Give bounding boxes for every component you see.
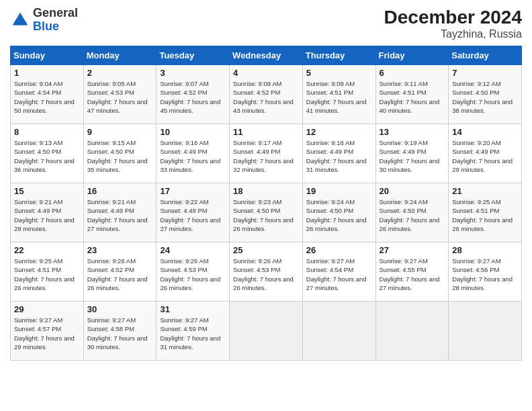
day-cell — [449, 302, 522, 361]
day-info: Sunrise: 9:05 AMSunset: 4:53 PMDaylight:… — [87, 79, 153, 115]
day-cell: 2Sunrise: 9:05 AMSunset: 4:53 PMDaylight… — [83, 65, 157, 124]
day-cell: 29Sunrise: 9:27 AMSunset: 4:57 PMDayligh… — [11, 302, 84, 361]
day-number: 18 — [233, 186, 299, 196]
logo-blue: Blue — [33, 20, 78, 34]
logo-text: General Blue — [33, 7, 78, 34]
day-cell: 18Sunrise: 9:23 AMSunset: 4:50 PMDayligh… — [230, 183, 303, 242]
day-info: Sunrise: 9:07 AMSunset: 4:52 PMDaylight:… — [160, 79, 226, 115]
week-row-3: 15Sunrise: 9:21 AMSunset: 4:49 PMDayligh… — [11, 183, 522, 242]
day-number: 25 — [233, 245, 299, 255]
day-cell: 13Sunrise: 9:19 AMSunset: 4:49 PMDayligh… — [375, 124, 449, 183]
day-number: 30 — [87, 304, 153, 314]
day-number: 17 — [160, 186, 226, 196]
week-row-1: 1Sunrise: 9:04 AMSunset: 4:54 PMDaylight… — [11, 65, 522, 124]
svg-rect-1 — [14, 21, 26, 25]
day-cell: 26Sunrise: 9:27 AMSunset: 4:54 PMDayligh… — [302, 242, 375, 302]
day-cell: 6Sunrise: 9:11 AMSunset: 4:51 PMDaylight… — [375, 65, 449, 124]
day-number: 20 — [380, 186, 445, 196]
day-info: Sunrise: 9:18 AMSunset: 4:49 PMDaylight:… — [306, 138, 372, 174]
day-cell: 31Sunrise: 9:27 AMSunset: 4:59 PMDayligh… — [157, 302, 230, 361]
day-number: 31 — [160, 304, 226, 314]
day-info: Sunrise: 9:13 AMSunset: 4:50 PMDaylight:… — [14, 138, 80, 174]
day-cell: 14Sunrise: 9:20 AMSunset: 4:49 PMDayligh… — [449, 124, 522, 183]
weekday-header-friday: Friday — [375, 46, 449, 65]
logo-icon — [10, 10, 30, 30]
day-cell: 10Sunrise: 9:16 AMSunset: 4:49 PMDayligh… — [157, 124, 230, 183]
day-info: Sunrise: 9:24 AMSunset: 4:50 PMDaylight:… — [380, 197, 445, 233]
weekday-row: SundayMondayTuesdayWednesdayThursdayFrid… — [11, 46, 522, 65]
weekday-header-monday: Monday — [83, 46, 157, 65]
day-cell: 9Sunrise: 9:15 AMSunset: 4:50 PMDaylight… — [83, 124, 157, 183]
day-cell: 24Sunrise: 9:26 AMSunset: 4:53 PMDayligh… — [157, 242, 230, 302]
day-number: 28 — [452, 245, 518, 255]
day-number: 5 — [306, 68, 372, 78]
day-number: 16 — [87, 186, 153, 196]
day-info: Sunrise: 9:25 AMSunset: 4:51 PMDaylight:… — [452, 197, 518, 233]
day-number: 29 — [14, 304, 80, 314]
day-info: Sunrise: 9:22 AMSunset: 4:49 PMDaylight:… — [160, 197, 226, 233]
day-cell: 25Sunrise: 9:26 AMSunset: 4:53 PMDayligh… — [230, 242, 303, 302]
month-title: December 2024 — [384, 7, 522, 28]
day-cell: 4Sunrise: 9:08 AMSunset: 4:52 PMDaylight… — [230, 65, 303, 124]
day-number: 15 — [14, 186, 80, 196]
day-cell: 12Sunrise: 9:18 AMSunset: 4:49 PMDayligh… — [302, 124, 375, 183]
logo-general: General — [33, 7, 78, 20]
header: General Blue December 2024 Tayzhina, Rus… — [10, 7, 522, 40]
day-cell — [302, 302, 375, 361]
day-number: 19 — [306, 186, 372, 196]
day-info: Sunrise: 9:26 AMSunset: 4:53 PMDaylight:… — [233, 257, 299, 292]
day-info: Sunrise: 9:15 AMSunset: 4:50 PMDaylight:… — [87, 138, 153, 174]
day-cell: 16Sunrise: 9:21 AMSunset: 4:49 PMDayligh… — [83, 183, 157, 242]
day-cell — [375, 302, 449, 361]
day-number: 11 — [233, 127, 299, 137]
weekday-header-thursday: Thursday — [302, 46, 375, 65]
day-info: Sunrise: 9:09 AMSunset: 4:51 PMDaylight:… — [306, 79, 372, 115]
day-cell: 7Sunrise: 9:12 AMSunset: 4:50 PMDaylight… — [449, 65, 522, 124]
week-row-5: 29Sunrise: 9:27 AMSunset: 4:57 PMDayligh… — [11, 302, 522, 361]
day-cell: 17Sunrise: 9:22 AMSunset: 4:49 PMDayligh… — [157, 183, 230, 242]
day-number: 8 — [14, 127, 80, 137]
weekday-header-sunday: Sunday — [11, 46, 84, 65]
day-number: 21 — [452, 186, 518, 196]
location: Tayzhina, Russia — [384, 28, 522, 40]
week-row-4: 22Sunrise: 9:25 AMSunset: 4:51 PMDayligh… — [11, 242, 522, 302]
day-number: 4 — [233, 68, 299, 78]
day-cell — [230, 302, 303, 361]
day-cell: 15Sunrise: 9:21 AMSunset: 4:49 PMDayligh… — [11, 183, 84, 242]
weekday-header-saturday: Saturday — [449, 46, 522, 65]
day-info: Sunrise: 9:21 AMSunset: 4:49 PMDaylight:… — [87, 197, 153, 233]
day-cell: 30Sunrise: 9:27 AMSunset: 4:58 PMDayligh… — [83, 302, 157, 361]
day-info: Sunrise: 9:19 AMSunset: 4:49 PMDaylight:… — [380, 138, 445, 174]
day-info: Sunrise: 9:27 AMSunset: 4:58 PMDaylight:… — [87, 316, 153, 351]
day-number: 10 — [160, 127, 226, 137]
day-info: Sunrise: 9:27 AMSunset: 4:59 PMDaylight:… — [160, 316, 226, 351]
day-cell: 11Sunrise: 9:17 AMSunset: 4:49 PMDayligh… — [230, 124, 303, 183]
day-info: Sunrise: 9:23 AMSunset: 4:50 PMDaylight:… — [233, 197, 299, 233]
day-cell: 20Sunrise: 9:24 AMSunset: 4:50 PMDayligh… — [375, 183, 449, 242]
day-number: 2 — [87, 68, 153, 78]
page: General Blue December 2024 Tayzhina, Rus… — [0, 0, 532, 411]
day-info: Sunrise: 9:20 AMSunset: 4:49 PMDaylight:… — [452, 138, 518, 174]
title-block: December 2024 Tayzhina, Russia — [384, 7, 522, 40]
calendar-table: SundayMondayTuesdayWednesdayThursdayFrid… — [10, 46, 522, 361]
day-info: Sunrise: 9:25 AMSunset: 4:51 PMDaylight:… — [14, 257, 80, 292]
day-cell: 1Sunrise: 9:04 AMSunset: 4:54 PMDaylight… — [11, 65, 84, 124]
day-cell: 8Sunrise: 9:13 AMSunset: 4:50 PMDaylight… — [11, 124, 84, 183]
day-info: Sunrise: 9:27 AMSunset: 4:56 PMDaylight:… — [452, 257, 518, 292]
weekday-header-tuesday: Tuesday — [157, 46, 230, 65]
day-info: Sunrise: 9:27 AMSunset: 4:54 PMDaylight:… — [306, 257, 372, 292]
calendar-header: SundayMondayTuesdayWednesdayThursdayFrid… — [11, 46, 522, 65]
day-number: 9 — [87, 127, 153, 137]
day-info: Sunrise: 9:26 AMSunset: 4:53 PMDaylight:… — [160, 257, 226, 292]
week-row-2: 8Sunrise: 9:13 AMSunset: 4:50 PMDaylight… — [11, 124, 522, 183]
day-number: 24 — [160, 245, 226, 255]
weekday-header-wednesday: Wednesday — [230, 46, 303, 65]
day-cell: 23Sunrise: 9:26 AMSunset: 4:52 PMDayligh… — [83, 242, 157, 302]
day-number: 7 — [452, 68, 518, 78]
day-cell: 22Sunrise: 9:25 AMSunset: 4:51 PMDayligh… — [11, 242, 84, 302]
day-cell: 21Sunrise: 9:25 AMSunset: 4:51 PMDayligh… — [449, 183, 522, 242]
day-number: 3 — [160, 68, 226, 78]
day-number: 23 — [87, 245, 153, 255]
day-info: Sunrise: 9:11 AMSunset: 4:51 PMDaylight:… — [380, 79, 445, 115]
day-cell: 5Sunrise: 9:09 AMSunset: 4:51 PMDaylight… — [302, 65, 375, 124]
